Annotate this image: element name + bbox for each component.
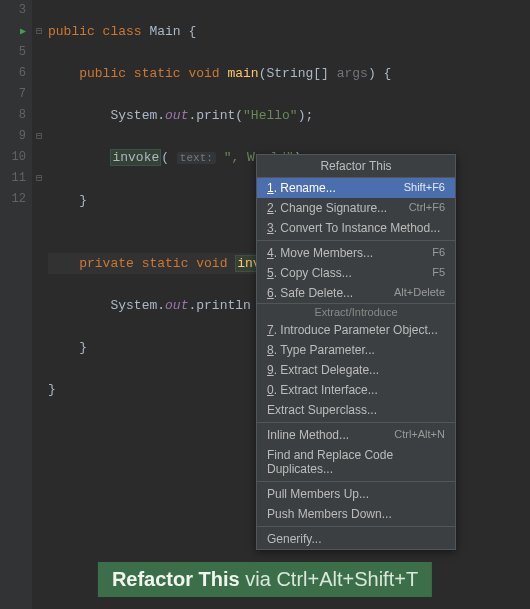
menu-item[interactable]: Generify... [257,529,455,549]
menu-separator [257,240,455,241]
run-icon[interactable]: ▶ [20,26,26,37]
fold-icon[interactable]: ⊟ [32,21,46,42]
fold-gutter: ⊟ ⊟ ⊟ [32,0,46,609]
menu-shortcut: F5 [432,266,445,280]
menu-subtitle: Extract/Introduce [257,303,455,320]
tip-banner: Refactor This via Ctrl+Alt+Shift+T [98,562,432,597]
menu-item[interactable]: 5. Copy Class...F5 [257,263,455,283]
menu-separator [257,526,455,527]
inlay-hint: text: [177,152,216,164]
menu-item[interactable]: Pull Members Up... [257,484,455,504]
menu-item[interactable]: 3. Convert To Instance Method... [257,218,455,238]
fold-end-icon[interactable]: ⊟ [32,168,46,189]
menu-item[interactable]: Find and Replace Code Duplicates... [257,445,455,479]
menu-item[interactable]: 1. Rename...Shift+F6 [257,178,455,198]
method-usage: invoke [110,149,161,166]
refactor-this-popup: Refactor This 1. Rename...Shift+F62. Cha… [256,154,456,550]
fold-icon[interactable]: ⊟ [32,126,46,147]
menu-separator [257,481,455,482]
menu-shortcut: Alt+Delete [394,286,445,300]
menu-item[interactable]: 2. Change Signature...Ctrl+F6 [257,198,455,218]
menu-item[interactable]: 7. Introduce Parameter Object... [257,320,455,340]
menu-item[interactable]: 8. Type Parameter... [257,340,455,360]
menu-item[interactable]: Push Members Down... [257,504,455,524]
menu-separator [257,422,455,423]
menu-item[interactable]: 6. Safe Delete...Alt+Delete [257,283,455,303]
menu-item[interactable]: 4. Move Members...F6 [257,243,455,263]
menu-shortcut: Ctrl+Alt+N [394,428,445,442]
menu-shortcut: Shift+F6 [404,181,445,195]
menu-item[interactable]: Extract Superclass... [257,400,455,420]
menu-item[interactable]: Inline Method...Ctrl+Alt+N [257,425,455,445]
menu-item[interactable]: 9. Extract Delegate... [257,360,455,380]
menu-shortcut: F6 [432,246,445,260]
menu-shortcut: Ctrl+F6 [409,201,445,215]
popup-title: Refactor This [257,155,455,178]
line-number-gutter: 3 ▶ 5 6 7 8 9 10 11 12 [0,0,32,609]
menu-item[interactable]: 0. Extract Interface... [257,380,455,400]
